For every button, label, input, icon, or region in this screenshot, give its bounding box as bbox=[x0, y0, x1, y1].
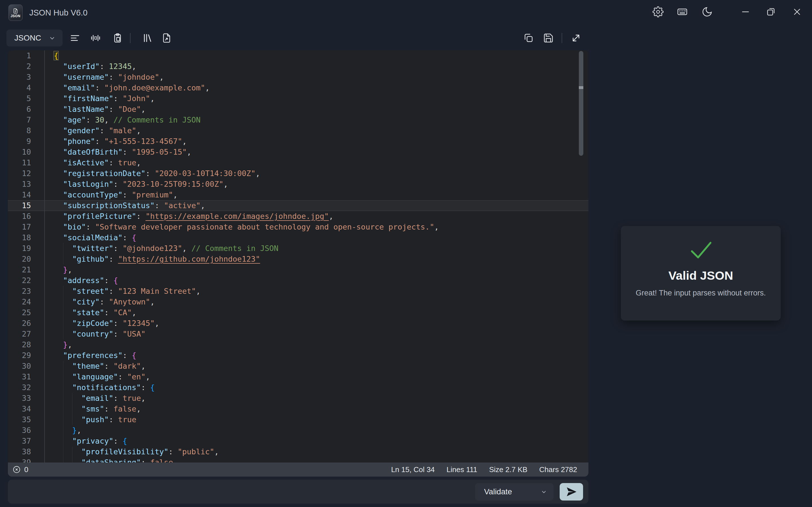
code-line[interactable]: 9 "phone": "+1-555-123-4567", bbox=[8, 136, 589, 147]
line-number: 5 bbox=[8, 93, 31, 104]
language-selector[interactable]: JSONC bbox=[6, 30, 63, 47]
load-file-button[interactable] bbox=[161, 32, 172, 44]
scrollbar-thumb[interactable] bbox=[579, 51, 583, 156]
code-text: "privacy": { bbox=[44, 436, 589, 446]
code-line[interactable]: 6 "lastName": "Doe", bbox=[8, 104, 589, 115]
code-text: "username": "johndoe", bbox=[44, 72, 589, 82]
scrollbar-cursor-marker bbox=[579, 86, 583, 89]
code-line[interactable]: 19 "twitter": "@johndoe123", // Comments… bbox=[8, 243, 589, 254]
code-line[interactable]: 31 "language": "en", bbox=[8, 372, 589, 382]
code-line[interactable]: 23 "street": "123 Main Street", bbox=[8, 286, 589, 297]
action-bar: Validate bbox=[8, 480, 589, 504]
code-line[interactable]: 33 "email": true, bbox=[8, 393, 589, 404]
code-line[interactable]: 20 "github": "https://github.com/johndoe… bbox=[8, 254, 589, 265]
format-button[interactable] bbox=[69, 32, 81, 44]
code-line[interactable]: 26 "zipCode": "12345", bbox=[8, 318, 589, 329]
line-number: 4 bbox=[8, 82, 31, 93]
indent-guide bbox=[63, 329, 63, 339]
run-action-button[interactable] bbox=[560, 483, 583, 501]
line-number: 31 bbox=[8, 372, 31, 382]
minify-button[interactable] bbox=[90, 32, 101, 44]
code-line[interactable]: 30 "theme": "dark", bbox=[8, 361, 589, 372]
validation-title: Valid JSON bbox=[668, 269, 733, 283]
code-line[interactable]: 16 "profilePicture": "https://example.co… bbox=[8, 211, 589, 222]
code-line[interactable]: 1{ bbox=[8, 50, 589, 61]
code-text: "theme": "dark", bbox=[44, 361, 589, 372]
char-count: Chars 2782 bbox=[539, 465, 577, 474]
code-text: "age": 30, // Comments in JSON bbox=[44, 115, 589, 125]
indent-guide bbox=[72, 446, 72, 457]
line-number: 27 bbox=[8, 329, 31, 339]
close-icon bbox=[792, 6, 803, 17]
line-number: 28 bbox=[8, 339, 31, 350]
code-line[interactable]: 2 "userId": 12345, bbox=[8, 61, 589, 72]
line-number: 24 bbox=[8, 297, 31, 307]
indent-guide bbox=[63, 307, 63, 318]
code-editor[interactable]: 1{2 "userId": 12345,3 "username": "johnd… bbox=[8, 50, 589, 462]
code-line[interactable]: 15 "subscriptionStatus": "active", bbox=[8, 200, 589, 211]
settings-button[interactable] bbox=[652, 6, 664, 18]
title-bar: JSON JSON Hub V6.0 bbox=[0, 0, 812, 25]
save-button[interactable] bbox=[543, 32, 554, 44]
line-number: 20 bbox=[8, 254, 31, 265]
code-line[interactable]: 4 "email": "john.doe@example.com", bbox=[8, 82, 589, 93]
code-line[interactable]: 28 }, bbox=[8, 339, 589, 350]
code-line[interactable]: 21 }, bbox=[8, 265, 589, 275]
code-line[interactable]: 22 "address": { bbox=[8, 275, 589, 286]
code-line[interactable]: 3 "username": "johndoe", bbox=[8, 72, 589, 82]
maximize-button[interactable] bbox=[765, 6, 777, 18]
code-line[interactable]: 18 "socialMedia": { bbox=[8, 232, 589, 243]
code-lines: 1{2 "userId": 12345,3 "username": "johnd… bbox=[8, 50, 589, 462]
code-line[interactable]: 36 }, bbox=[8, 425, 589, 436]
line-number: 29 bbox=[8, 350, 31, 361]
library-button[interactable] bbox=[142, 32, 154, 44]
code-line[interactable]: 14 "accountType": "premium", bbox=[8, 189, 589, 200]
code-line[interactable]: 5 "firstName": "John", bbox=[8, 93, 589, 104]
code-line[interactable]: 34 "sms": false, bbox=[8, 404, 589, 414]
line-number: 36 bbox=[8, 425, 31, 436]
code-line[interactable]: 37 "privacy": { bbox=[8, 436, 589, 446]
line-number: 35 bbox=[8, 414, 31, 425]
copy-icon bbox=[523, 33, 534, 43]
theme-toggle-button[interactable] bbox=[701, 6, 713, 18]
code-line[interactable]: 32 "notifications": { bbox=[8, 382, 589, 393]
code-text: "subscriptionStatus": "active", bbox=[44, 200, 589, 211]
code-line[interactable]: 38 "profileVisibility": "public", bbox=[8, 446, 589, 457]
code-line[interactable]: 7 "age": 30, // Comments in JSON bbox=[8, 115, 589, 125]
code-line[interactable]: 10 "dateOfBirth": "1995-05-15", bbox=[8, 147, 589, 158]
code-text: "city": "Anytown", bbox=[44, 297, 589, 307]
code-line[interactable]: 17 "bio": "Software developer passionate… bbox=[8, 222, 589, 232]
code-text: "sms": false, bbox=[44, 404, 589, 414]
save-icon bbox=[543, 33, 554, 43]
code-line[interactable]: 35 "push": true bbox=[8, 414, 589, 425]
code-text: "twitter": "@johndoe123", // Comments in… bbox=[44, 243, 589, 254]
close-button[interactable] bbox=[791, 6, 803, 18]
code-line[interactable]: 29 "preferences": { bbox=[8, 350, 589, 361]
indent-guide bbox=[72, 414, 72, 425]
code-text: { bbox=[44, 50, 589, 61]
format-icon bbox=[70, 33, 80, 43]
indent-guide bbox=[63, 446, 63, 457]
keyboard-button[interactable] bbox=[676, 6, 689, 18]
code-line[interactable]: 8 "gender": "male", bbox=[8, 125, 589, 136]
code-line[interactable]: 25 "state": "CA", bbox=[8, 307, 589, 318]
copy-button[interactable] bbox=[522, 32, 534, 44]
code-line[interactable]: 11 "isActive": true, bbox=[8, 158, 589, 168]
paste-button[interactable] bbox=[112, 32, 123, 44]
indent-guide bbox=[63, 436, 63, 446]
expand-button[interactable] bbox=[570, 32, 582, 44]
toolbar-divider bbox=[562, 33, 562, 43]
code-line[interactable]: 39 "dataSharing": false bbox=[8, 457, 589, 462]
code-text: "notifications": { bbox=[44, 382, 589, 393]
code-line[interactable]: 24 "city": "Anytown", bbox=[8, 297, 589, 307]
code-line[interactable]: 12 "registrationDate": "2020-03-10T14:30… bbox=[8, 168, 589, 179]
line-number: 32 bbox=[8, 382, 31, 393]
code-line[interactable]: 27 "country": "USA" bbox=[8, 329, 589, 339]
code-text: }, bbox=[44, 339, 589, 350]
indent-guide bbox=[63, 361, 63, 372]
line-number: 23 bbox=[8, 286, 31, 297]
minimize-button[interactable] bbox=[739, 6, 752, 18]
code-line[interactable]: 13 "lastLogin": "2023-10-25T09:15:00Z", bbox=[8, 179, 589, 189]
action-selector[interactable]: Validate bbox=[475, 483, 553, 501]
line-number: 14 bbox=[8, 189, 31, 200]
